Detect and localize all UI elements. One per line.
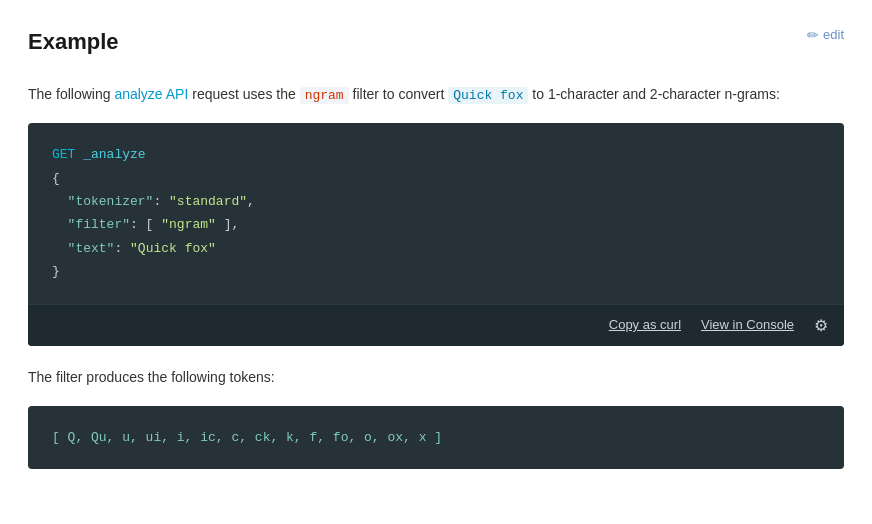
code-line-brace-open: { [52,167,820,190]
code-line-filter: "filter": [ "ngram" ], [52,213,820,236]
code-line-method: GET _analyze [52,143,820,166]
desc-middle: request uses the [188,86,299,102]
result-description: The filter produces the following tokens… [28,366,844,390]
result-code: [ Q, Qu, u, ui, i, ic, c, ck, k, f, fo, … [52,430,442,445]
code-method: GET [52,147,75,162]
view-in-console-link[interactable]: View in Console [701,315,794,336]
code-endpoint: _analyze [83,147,145,162]
code-block-wrapper: GET _analyze { "tokenizer": "standard", … [28,123,844,346]
gear-icon[interactable]: ⚙ [814,313,828,339]
code-line-tokenizer: "tokenizer": "standard", [52,190,820,213]
code-line-brace-close: } [52,260,820,283]
description: The following analyze API request uses t… [28,83,844,107]
code-toolbar: Copy as curl View in Console ⚙ [28,304,844,347]
page-title: Example [28,24,119,59]
filter-code: ngram [300,87,349,104]
header-row: Example ✏ edit [28,24,844,71]
code-block: GET _analyze { "tokenizer": "standard", … [28,123,844,303]
edit-label: edit [823,25,844,46]
edit-icon: ✏ [807,24,819,46]
input-code: Quick fox [448,87,528,104]
edit-link[interactable]: ✏ edit [807,24,844,46]
analyze-api-link[interactable]: analyze API [114,86,188,102]
result-code-block: [ Q, Qu, u, ui, i, ic, c, ck, k, f, fo, … [28,406,844,469]
code-line-text: "text": "Quick fox" [52,237,820,260]
desc-prefix: The following [28,86,114,102]
desc-suffix: to 1-character and 2-character n-grams: [528,86,779,102]
desc-middle2: filter to convert [349,86,449,102]
result-desc-prefix: The filter produces the following tokens… [28,369,275,385]
copy-as-curl-link[interactable]: Copy as curl [609,315,681,336]
